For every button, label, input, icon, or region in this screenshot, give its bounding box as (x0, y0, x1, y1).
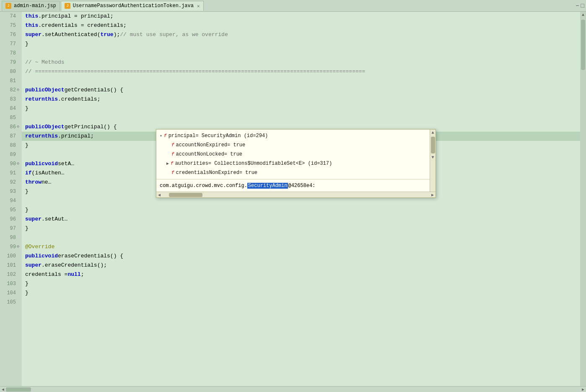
popup-tree-item[interactable]: f credentialsNonExpired= true (156, 168, 436, 177)
line-number: 86 (0, 122, 18, 132)
code-line: super.eraseCredentials(); (22, 261, 580, 270)
line-number: 96 (0, 215, 18, 224)
line-number: 92 (0, 178, 18, 187)
popup-tree-item[interactable]: f accountNonExpired= true (156, 140, 436, 150)
h-scroll-left[interactable]: ◀ (2, 387, 4, 392)
popup-scrollbar-horizontal[interactable]: ◀ ▶ (156, 192, 436, 197)
tree-item-label: credentialsNonExpired= true (176, 170, 257, 176)
code-line: @Override (22, 242, 580, 252)
code-line (22, 76, 580, 86)
field-icon: f (171, 170, 174, 175)
editor-window: J admin-main.jsp J UsernamePasswordAuthe… (0, 0, 586, 392)
line-number: 80 (0, 67, 18, 76)
code-line (22, 233, 580, 242)
code-line: // =====================================… (22, 67, 580, 76)
tab-admin-main[interactable]: J admin-main.jsp (2, 1, 60, 11)
line-number: 75 (0, 21, 18, 30)
expand-icon[interactable]: ▶ (166, 161, 169, 166)
tree-item-label: authorities= Collections$UnmodifiableSet… (175, 161, 332, 166)
code-line: } (22, 288, 580, 298)
line-number: 94 (0, 196, 18, 205)
line-number: 91 (0, 169, 18, 178)
scroll-thumb[interactable] (581, 20, 585, 70)
popup-scroll-down[interactable]: ▼ (430, 154, 435, 161)
line-number: 76 (0, 30, 18, 39)
line-number: 102 (0, 270, 18, 279)
line-number: 99 (0, 242, 18, 252)
line-number: 87 (0, 132, 18, 141)
field-icon: f (171, 143, 174, 148)
popup-value-prefix: com.atguigu.crowd.mvc.config. (160, 183, 247, 189)
line-number: 100 (0, 252, 18, 261)
tree-item-label: accountNonLocked= true (176, 151, 242, 157)
code-line: } (22, 104, 580, 113)
code-line: super.setAuthenticated(true); // must us… (22, 30, 580, 39)
h-scroll-right[interactable]: ▶ (582, 387, 584, 392)
line-number: 89 (0, 150, 18, 159)
code-line: public void eraseCredentials() { (22, 252, 580, 261)
minimize-button[interactable]: − (576, 3, 579, 9)
popup-tree: ▾ f principal= SecurityAdmin (id=294)f a… (156, 130, 436, 179)
popup-tree-item[interactable]: f accountNonLocked= true (156, 150, 436, 159)
popup-scroll-up[interactable]: ▲ (430, 130, 435, 136)
line-number: 79 (0, 58, 18, 67)
code-line: credentials = null; (22, 270, 580, 279)
tab-bar: J admin-main.jsp J UsernamePasswordAuthe… (0, 0, 586, 12)
code-line: } (22, 39, 580, 49)
popup-scrollbar-vertical[interactable]: ▲ ▼ (430, 130, 436, 192)
line-number: 77 (0, 39, 18, 49)
line-number: 97 (0, 224, 18, 233)
tab-label-admin-main: admin-main.jsp (14, 3, 56, 9)
code-line (22, 298, 580, 307)
tab-auth-token[interactable]: J UsernamePasswordAuthenticationToken.ja… (61, 1, 204, 11)
line-number: 95 (0, 205, 18, 215)
code-line: // ~ Methods (22, 58, 580, 67)
popup-tree-item[interactable]: ▾ f principal= SecurityAdmin (id=294) (156, 131, 436, 140)
line-number: 88 (0, 141, 18, 150)
line-numbers: 7475767778798081828384858687888990919293… (0, 12, 22, 386)
popup-value-suffix: @42658e4: (288, 183, 315, 189)
code-content[interactable]: this.principal = principal; this.credent… (22, 12, 580, 386)
popup-scroll-thumb[interactable] (431, 137, 435, 153)
vertical-scrollbar[interactable]: ▲ (580, 12, 586, 386)
window-controls: − □ (576, 3, 586, 9)
code-area: 7475767778798081828384858687888990919293… (0, 12, 586, 386)
code-line: } (22, 224, 580, 233)
line-number: 101 (0, 261, 18, 270)
line-number: 84 (0, 104, 18, 113)
line-number: 103 (0, 279, 18, 288)
field-icon: f (164, 133, 167, 138)
code-line (22, 49, 580, 58)
bottom-scroll-thumb[interactable] (6, 387, 31, 392)
code-line: this.principal = principal; (22, 12, 580, 21)
code-line: return this.credentials; (22, 95, 580, 104)
tab-label-auth-token: UsernamePasswordAuthenticationToken.java (73, 3, 194, 9)
line-number: 82 (0, 86, 18, 95)
popup-scroll-right[interactable]: ▶ (431, 192, 434, 197)
code-line: this.credentials = credentials; (22, 21, 580, 30)
popup-scroll-left[interactable]: ◀ (158, 192, 161, 197)
expand-icon[interactable]: ▾ (160, 133, 162, 138)
line-number: 85 (0, 113, 18, 122)
line-number: 90 (0, 159, 18, 169)
line-number: 74 (0, 12, 18, 21)
code-line (22, 113, 580, 122)
tree-item-label: principal= SecurityAdmin (id=294) (169, 133, 268, 139)
line-number: 98 (0, 233, 18, 242)
popup-h-scroll-thumb[interactable] (169, 193, 202, 197)
line-number: 104 (0, 288, 18, 298)
field-icon: f (171, 161, 174, 166)
popup-tree-item[interactable]: ▶ f authorities= Collections$Unmodifiabl… (156, 159, 436, 168)
line-number: 81 (0, 76, 18, 86)
line-number: 93 (0, 187, 18, 196)
popup-value-line: com.atguigu.crowd.mvc.config.SecurityAdm… (156, 179, 436, 192)
maximize-button[interactable]: □ (581, 3, 584, 9)
scroll-up-arrow[interactable]: ▲ (581, 12, 585, 18)
code-line: } (22, 205, 580, 215)
tab-close-button[interactable]: ✕ (197, 3, 200, 9)
field-icon: f (171, 152, 174, 157)
tab-icon-java: J (65, 3, 70, 9)
code-line: public Object getCredentials() { (22, 86, 580, 95)
code-line: } (22, 279, 580, 288)
bottom-scrollbar[interactable]: ◀ ▶ (0, 386, 586, 392)
